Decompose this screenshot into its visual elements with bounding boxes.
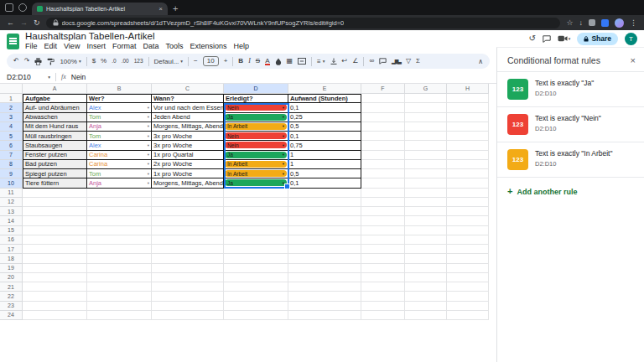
cell-A9[interactable]: Spiegel putzen: [23, 169, 87, 178]
cell-C24[interactable]: [152, 311, 224, 320]
cell-F13[interactable]: [361, 207, 405, 216]
cell-C22[interactable]: [152, 292, 224, 301]
cell-A10[interactable]: Tiere füttern: [23, 178, 87, 188]
cell-A13[interactable]: [23, 207, 87, 216]
cell-F17[interactable]: [361, 245, 405, 254]
menu-view[interactable]: View: [60, 42, 83, 51]
cell-B7[interactable]: Carina▾: [87, 151, 152, 160]
cell-H9[interactable]: [447, 169, 489, 178]
cell-G2[interactable]: [405, 103, 447, 112]
cell-E20[interactable]: [288, 273, 361, 282]
cell-G13[interactable]: [405, 207, 447, 216]
cell-B12[interactable]: [87, 198, 152, 207]
cell-B24[interactable]: [87, 311, 152, 320]
cell-H5[interactable]: [447, 132, 489, 141]
italic-button[interactable]: I: [248, 58, 251, 65]
cell-D3[interactable]: Ja▾: [224, 113, 288, 122]
tab-close-icon[interactable]: ×: [158, 5, 163, 13]
cell-B8[interactable]: Carina▾: [87, 160, 152, 169]
row-header-19[interactable]: 19: [0, 264, 23, 273]
cell-A6[interactable]: Staubsaugen: [23, 141, 87, 150]
insert-link-button[interactable]: ∞: [369, 58, 374, 65]
fill-color-button[interactable]: [275, 58, 282, 65]
cell-B19[interactable]: [87, 264, 152, 273]
cell-F4[interactable]: [361, 122, 405, 132]
status-chip[interactable]: Ja▾: [225, 114, 287, 121]
column-header-H[interactable]: H: [447, 84, 489, 94]
row-header-2[interactable]: 2: [0, 103, 23, 112]
status-chip[interactable]: Nein▾: [225, 142, 287, 148]
row-header-6[interactable]: 6: [0, 141, 23, 150]
cell-F22[interactable]: [361, 292, 405, 301]
cell-G21[interactable]: [405, 282, 447, 292]
present-dropdown-icon[interactable]: ▾: [569, 37, 571, 41]
dropdown-arrow-icon[interactable]: ▾: [148, 143, 149, 147]
back-button[interactable]: ←: [7, 19, 14, 27]
cell-F5[interactable]: [361, 132, 405, 141]
cell-H24[interactable]: [447, 311, 489, 320]
cell-B3[interactable]: Tom▾: [87, 113, 152, 122]
account-avatar[interactable]: T: [625, 33, 637, 45]
cell-G1[interactable]: [405, 94, 447, 103]
cell-D23[interactable]: [224, 302, 288, 311]
row-header-9[interactable]: 9: [0, 169, 23, 178]
cell-C2[interactable]: Vor und nach dem Essen: [152, 103, 224, 112]
cell-E3[interactable]: 0,25: [288, 113, 361, 122]
zoom-select[interactable]: 100%▾: [60, 58, 80, 65]
insert-chart-icon[interactable]: ▂▆▃: [392, 59, 401, 64]
cell-B18[interactable]: [87, 254, 152, 263]
cell-H16[interactable]: [447, 235, 489, 245]
cell-A23[interactable]: [23, 302, 87, 311]
cell-H12[interactable]: [447, 198, 489, 207]
cell-G18[interactable]: [405, 254, 447, 263]
row-header-11[interactable]: 11: [0, 189, 23, 198]
cell-D10[interactable]: Ja▾: [224, 178, 288, 188]
menu-extensions[interactable]: Extensions: [186, 42, 230, 51]
cell-C1[interactable]: Wann?: [152, 94, 224, 103]
cell-A11[interactable]: [23, 189, 87, 198]
cell-E7[interactable]: 1: [288, 151, 361, 160]
create-filter-button[interactable]: ▽: [406, 58, 411, 65]
row-header-21[interactable]: 21: [0, 282, 23, 292]
cell-B10[interactable]: Anja▾: [87, 178, 152, 188]
cell-F6[interactable]: [361, 141, 405, 150]
cell-A24[interactable]: [23, 311, 87, 320]
cell-B23[interactable]: [87, 302, 152, 311]
status-chip[interactable]: In Arbeit▾: [225, 161, 287, 168]
cell-C3[interactable]: Jeden Abend: [152, 113, 224, 122]
row-header-14[interactable]: 14: [0, 216, 23, 225]
status-chip[interactable]: Nein▾: [225, 104, 287, 111]
cell-B13[interactable]: [87, 207, 152, 216]
cell-C6[interactable]: 3x pro Woche: [152, 141, 224, 150]
cell-D7[interactable]: Ja▾: [224, 151, 288, 160]
cell-E2[interactable]: 0,1: [288, 103, 361, 112]
cell-E4[interactable]: 0,5: [288, 122, 361, 132]
cell-A5[interactable]: Müll rausbringen: [23, 132, 87, 141]
row-header-22[interactable]: 22: [0, 292, 23, 301]
column-header-B[interactable]: B: [87, 84, 152, 94]
cell-E22[interactable]: [288, 292, 361, 301]
cell-G23[interactable]: [405, 302, 447, 311]
format-rule-2[interactable]: 123Text is exactly "Nein"D2:D10: [497, 107, 644, 142]
cell-H19[interactable]: [447, 264, 489, 273]
cell-D6[interactable]: Nein▾: [224, 141, 288, 150]
tab-group-icon[interactable]: [5, 3, 13, 12]
increase-decimal-button[interactable]: .00: [122, 59, 129, 65]
cell-F20[interactable]: [361, 273, 405, 282]
cell-E23[interactable]: [288, 302, 361, 311]
cell-D15[interactable]: [224, 226, 288, 235]
cell-A15[interactable]: [23, 226, 87, 235]
row-header-13[interactable]: 13: [0, 207, 23, 216]
cell-H22[interactable]: [447, 292, 489, 301]
cell-E15[interactable]: [288, 226, 361, 235]
row-header-7[interactable]: 7: [0, 151, 23, 160]
cell-H1[interactable]: [447, 94, 489, 103]
cell-B21[interactable]: [87, 282, 152, 292]
cell-G6[interactable]: [405, 141, 447, 150]
cell-D24[interactable]: [224, 311, 288, 320]
cell-A18[interactable]: [23, 254, 87, 263]
cell-E17[interactable]: [288, 245, 361, 254]
cell-H2[interactable]: [447, 103, 489, 112]
cell-B1[interactable]: Wer?: [87, 94, 152, 103]
cell-H11[interactable]: [447, 189, 489, 198]
